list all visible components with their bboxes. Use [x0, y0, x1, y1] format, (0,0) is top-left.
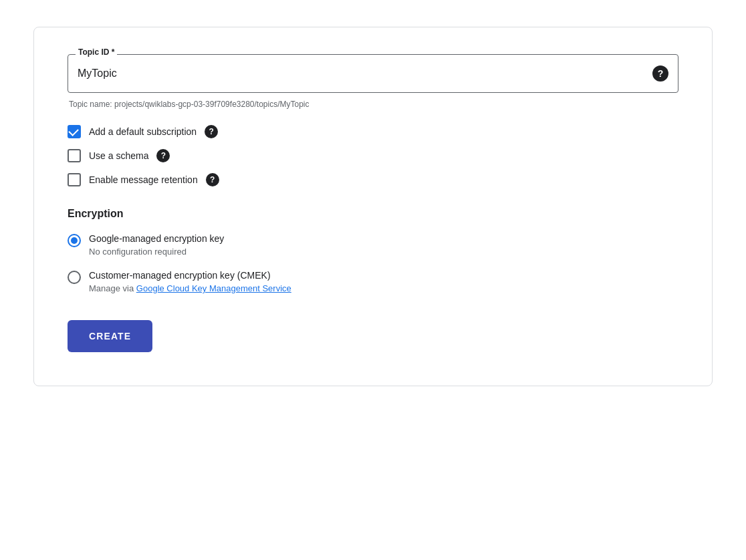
topic-id-field: Topic ID * ? [68, 54, 678, 93]
topic-id-help-icon[interactable]: ? [652, 65, 668, 82]
use-schema-help-icon[interactable]: ? [156, 149, 170, 162]
use-schema-checkbox[interactable] [68, 149, 81, 162]
create-button[interactable]: CREATE [68, 320, 152, 352]
use-schema-label: Use a schema [89, 150, 148, 161]
google-managed-content: Google-managed encryption key No configu… [89, 233, 224, 257]
options-section: Add a default subscription ? Use a schem… [68, 125, 678, 186]
default-subscription-row: Add a default subscription ? [68, 125, 678, 138]
encryption-radio-group: Google-managed encryption key No configu… [68, 233, 678, 293]
encryption-section: Encryption Google-managed encryption key… [68, 208, 678, 293]
message-retention-row: Enable message retention ? [68, 173, 678, 186]
cmek-option: Customer-managed encryption key (CMEK) M… [68, 270, 678, 293]
topic-id-input[interactable] [78, 67, 652, 80]
cmek-label: Customer-managed encryption key (CMEK) [89, 270, 291, 281]
message-retention-checkbox[interactable] [68, 173, 81, 186]
topic-name-hint: Topic name: projects/qwiklabs-gcp-03-39f… [68, 100, 678, 109]
use-schema-row: Use a schema ? [68, 149, 678, 162]
message-retention-help-icon[interactable]: ? [206, 173, 219, 186]
cmek-content: Customer-managed encryption key (CMEK) M… [89, 270, 291, 293]
message-retention-label: Enable message retention [89, 174, 198, 185]
kms-link[interactable]: Google Cloud Key Management Service [136, 283, 291, 293]
topic-form: Topic ID * ? Topic name: projects/qwikla… [33, 27, 713, 386]
topic-id-input-wrapper: ? [68, 54, 678, 93]
cmek-radio[interactable] [68, 271, 81, 284]
default-subscription-help-icon[interactable]: ? [205, 125, 218, 138]
google-managed-radio[interactable] [68, 234, 81, 247]
encryption-title: Encryption [68, 208, 678, 220]
google-managed-option: Google-managed encryption key No configu… [68, 233, 678, 257]
topic-id-label: Topic ID * [76, 47, 117, 57]
default-subscription-label: Add a default subscription [89, 126, 197, 137]
google-managed-sublabel: No configuration required [89, 247, 224, 257]
cmek-sublabel: Manage via Google Cloud Key Management S… [89, 283, 291, 293]
default-subscription-checkbox[interactable] [68, 125, 81, 138]
google-managed-label: Google-managed encryption key [89, 233, 224, 244]
